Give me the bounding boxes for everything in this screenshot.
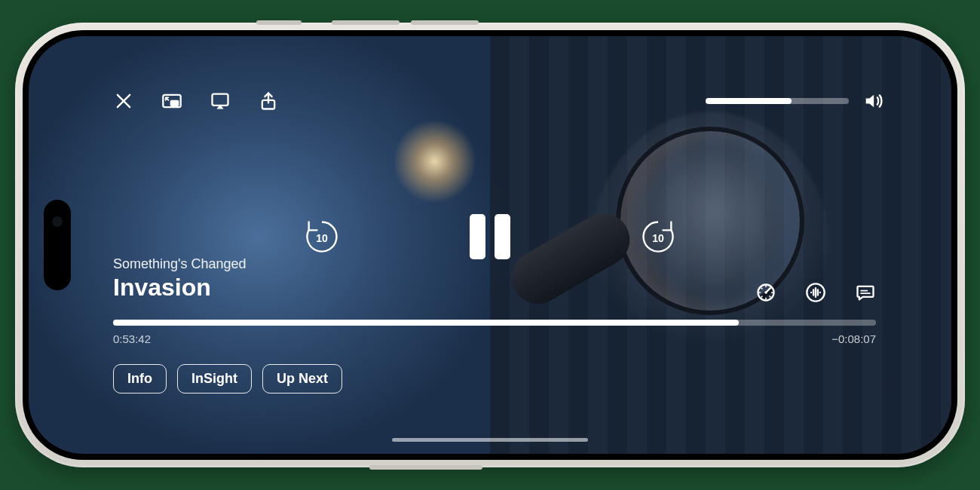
volume-fill [706, 98, 792, 104]
picture-in-picture-button[interactable] [161, 90, 182, 112]
svg-rect-1 [170, 100, 179, 106]
airplay-button[interactable] [210, 90, 231, 112]
volume-down-edge [411, 20, 479, 25]
svg-rect-2 [213, 94, 228, 106]
phone-frame: 10 10 Something's Changed Invasion [15, 23, 965, 467]
skip-back-seconds: 10 [302, 217, 341, 256]
time-remaining: −0:08:07 [831, 332, 876, 345]
phone-bezel: 10 10 Something's Changed Invasion [23, 30, 957, 460]
power-button-edge [369, 465, 482, 470]
skip-back-button[interactable]: 10 [302, 217, 341, 256]
tab-info[interactable]: Info [113, 364, 167, 394]
time-elapsed: 0:53:42 [113, 332, 151, 345]
progress-fill [113, 320, 739, 326]
pause-button[interactable] [470, 214, 510, 259]
share-button[interactable] [258, 90, 279, 112]
action-button-edge [256, 20, 302, 25]
audio-enhance-button[interactable] [805, 282, 826, 303]
show-title: Invasion [113, 274, 247, 302]
speaker-icon[interactable] [862, 90, 884, 112]
skip-forward-seconds: 10 [639, 217, 678, 256]
volume-slider[interactable] [706, 98, 849, 104]
episode-title: Something's Changed [113, 256, 247, 272]
progress-scrubber[interactable] [113, 320, 876, 326]
close-button[interactable] [113, 90, 134, 112]
tab-insight[interactable]: InSight [177, 364, 252, 394]
video-player-screen: 10 10 Something's Changed Invasion [29, 36, 951, 454]
volume-up-edge [332, 20, 400, 25]
skip-forward-button[interactable]: 10 [639, 217, 678, 256]
tab-upnext[interactable]: Up Next [262, 364, 342, 394]
playback-speed-button[interactable] [755, 282, 776, 303]
subtitles-button[interactable] [855, 282, 876, 303]
home-indicator[interactable] [392, 438, 588, 442]
